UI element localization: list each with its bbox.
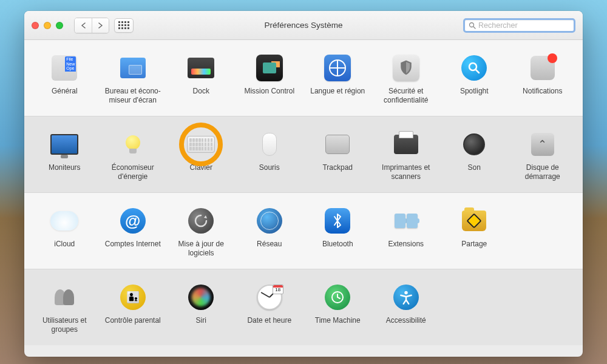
startup-disk-icon: ⌃ [531, 133, 554, 156]
pane-network[interactable]: Réseau [236, 206, 304, 258]
pane-label: Dock [193, 87, 209, 105]
svg-point-5 [404, 291, 407, 294]
pane-label: Moniteurs [49, 163, 81, 181]
pane-internet-accounts[interactable]: @ Comptes Internet [99, 206, 168, 258]
software-update-icon [188, 208, 214, 234]
pane-label: Accessibilité [386, 316, 426, 334]
pane-users-groups[interactable]: Utilisateurs et groupes [30, 283, 99, 334]
pane-label: Disque de démarrage [511, 163, 575, 181]
pane-notifications[interactable]: Notifications [509, 53, 577, 105]
pane-label: Date et heure [247, 316, 291, 334]
pane-dock[interactable]: Dock [167, 53, 236, 105]
dock-icon [188, 58, 214, 78]
pane-sound[interactable]: Son [440, 130, 509, 181]
accessibility-icon [393, 285, 419, 310]
pane-bluetooth[interactable]: Bluetooth [304, 206, 372, 258]
keyboard-icon [187, 136, 215, 153]
chevron-right-icon [98, 22, 103, 29]
row-1: Général Bureau et écono-miseur d'écran D… [24, 40, 583, 116]
pane-label: Partage [461, 240, 487, 258]
svg-line-1 [473, 27, 475, 29]
pane-siri[interactable]: Siri [167, 283, 236, 334]
time-machine-icon [325, 285, 350, 310]
sound-icon [463, 133, 485, 155]
pane-accessibility[interactable]: Accessibilité [372, 283, 441, 334]
printers-icon [394, 135, 418, 154]
search-icon [469, 22, 476, 29]
pane-label: Réseau [257, 240, 282, 258]
siri-icon [188, 285, 214, 310]
energy-icon [126, 135, 140, 153]
pane-label: Spotlight [460, 87, 489, 105]
back-button[interactable] [75, 18, 92, 33]
pane-label: Notifications [523, 87, 562, 105]
pane-label: Langue et région [310, 87, 365, 105]
pane-date-time[interactable]: 18 Date et heure [236, 283, 304, 334]
pane-startup-disk[interactable]: ⌃ Disque de démarrage [509, 130, 577, 181]
pane-general[interactable]: Général [30, 53, 99, 105]
minimize-button[interactable] [44, 22, 51, 29]
pane-label: Son [468, 163, 481, 181]
pane-label: Souris [259, 163, 280, 181]
pane-label: iCloud [54, 240, 75, 258]
notifications-icon [531, 56, 555, 80]
search-field[interactable] [463, 18, 575, 33]
displays-icon [50, 134, 78, 155]
date-time-icon: 18 [257, 285, 282, 310]
preference-panes-grid: Général Bureau et écono-miseur d'écran D… [24, 40, 583, 357]
svg-point-0 [470, 22, 474, 27]
chevron-left-icon [81, 22, 86, 29]
grid-icon [118, 21, 129, 29]
svg-line-3 [476, 70, 479, 73]
pane-label: Général [52, 87, 78, 105]
pane-parental-controls[interactable]: 👨‍👦 Contrôle parental [99, 283, 168, 334]
pane-displays[interactable]: Moniteurs [30, 130, 99, 181]
security-icon [393, 55, 419, 81]
nav-buttons [74, 18, 109, 33]
pane-software-update[interactable]: Mise à jour de logiciels [167, 206, 236, 258]
pane-label: Clavier [190, 163, 212, 181]
pane-icloud[interactable]: iCloud [30, 206, 99, 258]
pane-time-machine[interactable]: Time Machine [304, 283, 372, 334]
pane-language-region[interactable]: Langue et région [304, 53, 372, 105]
pane-label: Imprimantes et scanners [375, 163, 438, 181]
pane-label: Utilisateurs et groupes [33, 316, 97, 334]
calendar-badge: 18 [273, 285, 283, 294]
forward-button[interactable] [92, 18, 109, 33]
row-3: iCloud @ Comptes Internet Mise à jour de… [24, 193, 583, 269]
pane-label: Économiseur d'énergie [101, 163, 165, 181]
pane-mouse[interactable]: Souris [236, 130, 304, 181]
pane-sharing[interactable]: Partage [440, 206, 509, 258]
pane-mission-control[interactable]: Mission Control [236, 53, 304, 105]
pane-label: Bluetooth [322, 240, 353, 258]
pane-label: Mission Control [244, 87, 294, 105]
pane-label: Bureau et écono-miseur d'écran [101, 87, 165, 105]
pane-desktop-screensaver[interactable]: Bureau et écono-miseur d'écran [99, 53, 168, 105]
pane-label: Siri [196, 316, 206, 334]
zoom-button[interactable] [56, 22, 63, 29]
sharing-icon [462, 211, 486, 231]
parental-controls-icon: 👨‍👦 [120, 285, 146, 310]
bluetooth-icon [325, 208, 350, 234]
pane-trackpad[interactable]: Trackpad [304, 130, 372, 181]
titlebar: Préférences Système [24, 11, 583, 40]
show-all-button[interactable] [114, 18, 134, 33]
search-input[interactable] [478, 21, 570, 30]
users-groups-icon [56, 289, 73, 305]
network-icon [257, 208, 282, 234]
pane-printers-scanners[interactable]: Imprimantes et scanners [372, 130, 441, 181]
pane-label: Comptes Internet [105, 240, 161, 258]
spotlight-icon [461, 55, 487, 81]
pane-keyboard[interactable]: Clavier [167, 130, 236, 181]
pane-energy-saver[interactable]: Économiseur d'énergie [99, 130, 168, 181]
pane-extensions[interactable]: Extensions [372, 206, 441, 258]
pane-label: Sécurité et confidentialité [375, 87, 438, 105]
pane-label: Contrôle parental [105, 316, 161, 334]
icloud-icon [50, 211, 78, 231]
pane-spotlight[interactable]: Spotlight [440, 53, 509, 105]
close-button[interactable] [32, 22, 39, 29]
trackpad-icon [325, 135, 350, 154]
pane-label: Extensions [388, 240, 424, 258]
mission-control-icon [256, 55, 283, 81]
pane-security-privacy[interactable]: Sécurité et confidentialité [372, 53, 441, 105]
